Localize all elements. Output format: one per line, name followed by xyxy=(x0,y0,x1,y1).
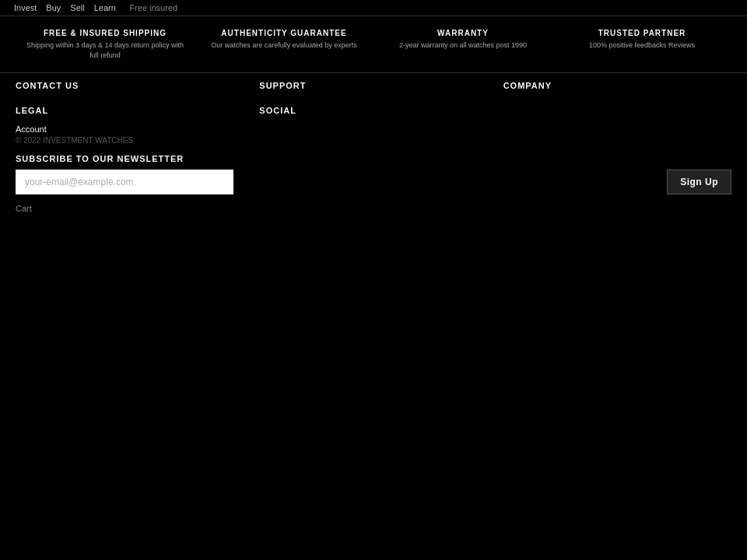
nav-learn[interactable]: Learn xyxy=(94,3,116,12)
feature-authenticity: AUTHENTICITY GUARANTEE Our watches are c… xyxy=(195,24,374,65)
free-insured-label: Free insured xyxy=(129,3,177,12)
footer-col-company-title: COMPANY xyxy=(503,81,731,90)
feature-warranty-desc: 2-year warranty on all watches post 1990 xyxy=(380,40,546,51)
feature-shipping-desc: Shipping within 3 days & 14 days return … xyxy=(22,40,188,60)
footer-col-contact: CONTACT US xyxy=(16,81,244,96)
account-area: Account © 2022 INVESTMENT WATCHES xyxy=(0,120,747,149)
feature-trusted-desc: 100% positive feedbacks Reviews xyxy=(559,40,725,51)
account-link[interactable]: Account xyxy=(16,124,731,134)
nav-items-row: Invest Buy Sell Learn Free insured xyxy=(8,2,184,13)
feature-trusted: TRUSTED PARTNER 100% positive feedbacks … xyxy=(552,24,731,65)
footer-columns: CONTACT US SUPPORT COMPANY xyxy=(0,73,747,104)
feature-authenticity-desc: Our watches are carefully evaluated by e… xyxy=(201,40,367,51)
newsletter-signup-button[interactable]: Sign Up xyxy=(667,170,731,194)
footer-col-contact-title: CONTACT US xyxy=(16,81,244,90)
legal-col-legal: LEGAL xyxy=(16,106,244,118)
top-nav: Invest Buy Sell Learn Free insured xyxy=(0,0,747,16)
nav-invest[interactable]: Invest xyxy=(14,3,37,12)
legal-row: LEGAL SOCIAL xyxy=(0,104,747,120)
legal-col-legal-title: LEGAL xyxy=(16,106,244,115)
copyright-text: © 2022 INVESTMENT WATCHES xyxy=(16,136,133,145)
cart-link[interactable]: Cart xyxy=(0,202,747,215)
feature-trusted-title: TRUSTED PARTNER xyxy=(559,29,725,37)
footer-col-company: COMPANY xyxy=(503,81,731,96)
legal-col-empty xyxy=(503,106,731,118)
feature-warranty-title: WARRANTY xyxy=(380,29,546,37)
feature-authenticity-title: AUTHENTICITY GUARANTEE xyxy=(201,29,367,37)
feature-warranty: WARRANTY 2-year warranty on all watches … xyxy=(374,24,552,65)
features-bar: FREE & INSURED SHIPPING Shipping within … xyxy=(0,16,747,73)
newsletter-title: SUBSCRIBE TO OUR NEWSLETTER xyxy=(16,154,731,163)
newsletter-section: SUBSCRIBE TO OUR NEWSLETTER Sign Up xyxy=(0,149,747,202)
nav-buy[interactable]: Buy xyxy=(46,3,61,12)
nav-sell[interactable]: Sell xyxy=(70,3,84,12)
legal-col-social: SOCIAL xyxy=(259,106,487,118)
feature-shipping: FREE & INSURED SHIPPING Shipping within … xyxy=(16,24,195,65)
feature-shipping-title: FREE & INSURED SHIPPING xyxy=(22,29,188,37)
footer-col-support-title: SUPPORT xyxy=(259,81,487,90)
newsletter-email-input[interactable] xyxy=(16,170,233,194)
footer-col-support: SUPPORT xyxy=(259,81,487,96)
legal-col-social-title: SOCIAL xyxy=(259,106,487,115)
newsletter-form: Sign Up xyxy=(16,170,731,194)
